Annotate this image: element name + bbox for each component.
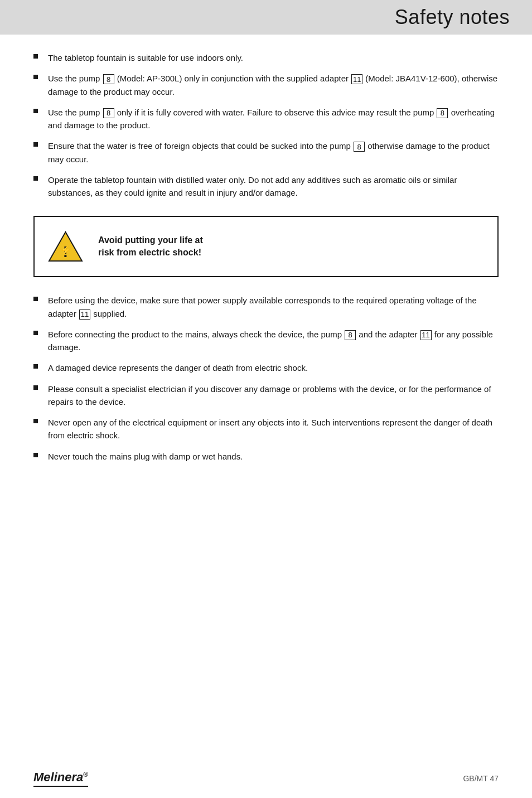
list-item: Never open any of the electrical equipme… — [33, 416, 499, 442]
bullet-icon — [33, 297, 38, 301]
reference-number: 8 — [103, 108, 114, 118]
reference-number: 11 — [420, 330, 432, 340]
warning-triangle-icon: ! ⚡ — [47, 230, 84, 263]
reference-number: 11 — [351, 74, 362, 84]
bullet-text: Never open any of the electrical equipme… — [48, 416, 499, 442]
bullet-text: Before using the device, make sure that … — [48, 294, 499, 320]
page-number: GB/MT 47 — [463, 774, 499, 783]
reference-number: 8 — [437, 108, 448, 118]
warning-icon-container: ! ⚡ — [46, 227, 85, 266]
bullet-icon — [33, 364, 38, 369]
footer: Melinera® GB/MT 47 — [0, 770, 532, 787]
bullet-text: Operate the tabletop fountain with disti… — [48, 173, 499, 200]
bullet-text: Use the pump 8 (Model: AP-300L) only in … — [48, 72, 499, 98]
reference-number: 11 — [79, 309, 90, 320]
list-item: Before using the device, make sure that … — [33, 294, 499, 320]
page: Safety notes The tabletop fountain is su… — [0, 0, 532, 798]
list-item: Use the pump 8 (Model: AP-300L) only in … — [33, 72, 499, 98]
warning-box: ! ⚡ Avoid putting your life at risk from… — [33, 216, 499, 277]
warning-text-block: Avoid putting your life at risk from ele… — [98, 234, 486, 259]
list-item: Please consult a specialist electrician … — [33, 383, 499, 409]
svg-text:⚡: ⚡ — [60, 245, 71, 255]
bullet-text: Before connecting the product to the mai… — [48, 328, 499, 354]
bullet-list-section1: The tabletop fountain is suitable for us… — [33, 51, 499, 199]
bullet-icon — [33, 75, 38, 79]
bullet-icon — [33, 176, 38, 181]
list-item: Never touch the mains plug with damp or … — [33, 450, 499, 463]
bullet-icon — [33, 453, 38, 457]
bullet-text: A damaged device represents the danger o… — [48, 361, 499, 374]
bullet-text: Ensure that the water is free of foreign… — [48, 139, 499, 166]
bullet-icon — [33, 142, 38, 147]
bullet-list-section2: Before using the device, make sure that … — [33, 294, 499, 463]
bullet-text: Please consult a specialist electrician … — [48, 383, 499, 409]
list-item: Ensure that the water is free of foreign… — [33, 139, 499, 166]
list-item: Operate the tabletop fountain with disti… — [33, 173, 499, 200]
bullet-text: Use the pump 8 only if it is fully cover… — [48, 106, 499, 132]
bullet-icon — [33, 54, 38, 59]
content-area: The tabletop fountain is suitable for us… — [0, 35, 532, 487]
reference-number: 8 — [345, 330, 356, 340]
bullet-text: Never touch the mains plug with damp or … — [48, 450, 499, 463]
list-item: Before connecting the product to the mai… — [33, 328, 499, 354]
bullet-icon — [33, 331, 38, 335]
reference-number: 8 — [103, 74, 114, 84]
list-item: A damaged device represents the danger o… — [33, 361, 499, 374]
reference-number: 8 — [354, 142, 365, 152]
bullet-icon — [33, 109, 38, 113]
header-bar: Safety notes — [0, 0, 532, 35]
list-item: Use the pump 8 only if it is fully cover… — [33, 106, 499, 132]
bullet-text: The tabletop fountain is suitable for us… — [48, 51, 499, 64]
list-item: The tabletop fountain is suitable for us… — [33, 51, 499, 64]
bullet-icon — [33, 385, 38, 390]
page-title: Safety notes — [395, 6, 510, 29]
bullet-icon — [33, 419, 38, 423]
warning-title: Avoid putting your life at risk from ele… — [98, 234, 486, 259]
brand-logo: Melinera® — [33, 770, 88, 787]
